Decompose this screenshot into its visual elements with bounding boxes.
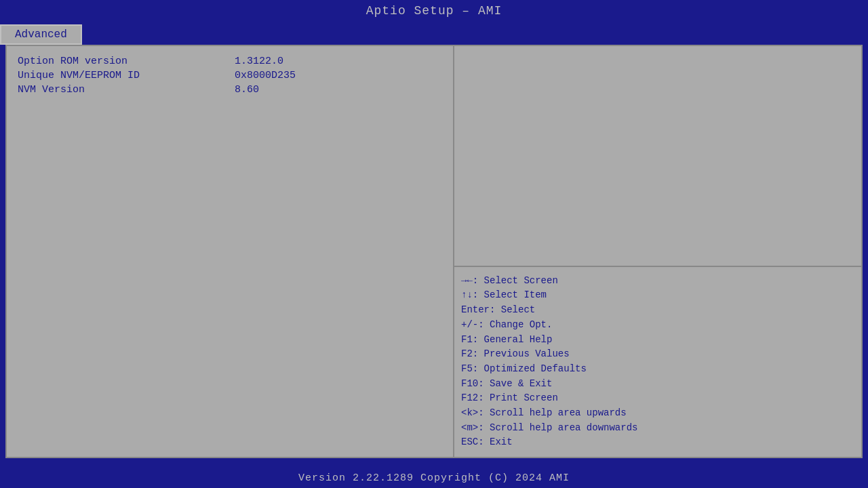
info-label: NVM Version	[18, 84, 235, 96]
help-area	[454, 46, 861, 267]
key-help-row: ↑↓: Select Item	[461, 288, 854, 303]
info-value: 8.60	[235, 84, 259, 96]
tab-advanced[interactable]: Advanced	[0, 24, 82, 45]
key-help: →←: Select Screen↑↓: Select ItemEnter: S…	[454, 267, 861, 457]
key-help-row: F2: Previous Values	[461, 347, 854, 362]
main-content: Option ROM version1.3122.0Unique NVM/EEP…	[5, 45, 863, 458]
key-help-row: Enter: Select	[461, 303, 854, 318]
header-bar: Aptio Setup – AMI	[0, 0, 868, 22]
info-row: NVM Version8.60	[18, 84, 442, 96]
key-help-row: F1: General Help	[461, 333, 854, 348]
key-help-row: ESC: Exit	[461, 435, 854, 450]
key-help-row: <k>: Scroll help area upwards	[461, 406, 854, 421]
info-value: 1.3122.0	[235, 56, 283, 67]
key-help-row: F10: Save & Exit	[461, 377, 854, 392]
left-panel: Option ROM version1.3122.0Unique NVM/EEP…	[7, 46, 454, 457]
info-row: Option ROM version1.3122.0	[18, 56, 442, 67]
info-label: Unique NVM/EEPROM ID	[18, 70, 235, 81]
info-label: Option ROM version	[18, 56, 235, 67]
key-help-row: →←: Select Screen	[461, 274, 854, 289]
key-help-row: <m>: Scroll help area downwards	[461, 421, 854, 436]
right-panel: →←: Select Screen↑↓: Select ItemEnter: S…	[454, 46, 861, 457]
info-value: 0x8000D235	[235, 70, 296, 81]
header-title: Aptio Setup – AMI	[366, 4, 502, 18]
info-row: Unique NVM/EEPROM ID0x8000D235	[18, 70, 442, 81]
nav-bar: Advanced	[0, 22, 868, 45]
key-help-row: F5: Optimized Defaults	[461, 362, 854, 377]
footer-text: Version 2.22.1289 Copyright (C) 2024 AMI	[298, 472, 570, 484]
footer-bar: Version 2.22.1289 Copyright (C) 2024 AMI	[0, 468, 868, 488]
key-help-row: +/-: Change Opt.	[461, 318, 854, 333]
key-help-row: F12: Print Screen	[461, 391, 854, 406]
